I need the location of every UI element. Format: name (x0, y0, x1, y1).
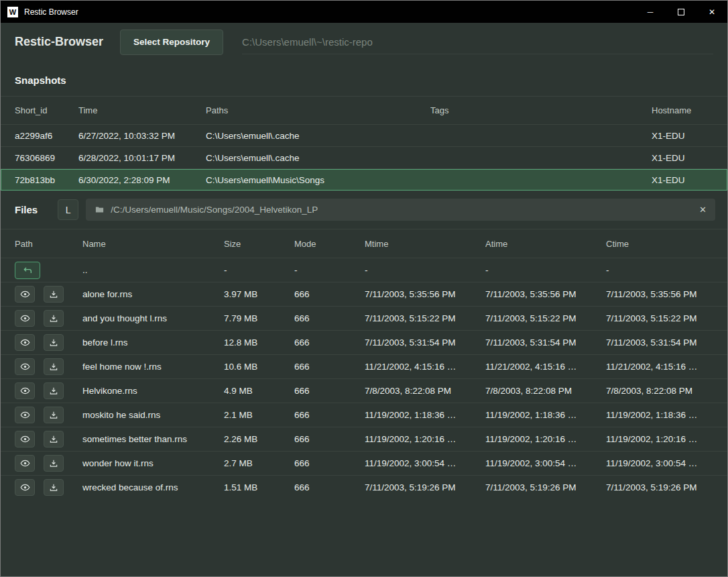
column-header-ctime[interactable]: Ctime (606, 239, 713, 249)
download-button[interactable] (44, 310, 64, 327)
file-mtime: 11/19/2002, 1:18:36 … (365, 410, 485, 420)
file-mtime: 11/19/2002, 1:20:16 … (365, 434, 485, 444)
snapshot-time: 6/30/2022, 2:28:09 PM (78, 175, 206, 185)
download-button[interactable] (44, 479, 64, 496)
column-header-mode[interactable]: Mode (294, 239, 365, 249)
preview-button[interactable] (15, 431, 35, 448)
files-path-input[interactable]: /C:/Users/emuell/Music/Songs/2004_Helvet… (86, 199, 715, 221)
file-name: sometimes better than.rns (82, 434, 224, 444)
minimize-button[interactable]: ─ (635, 1, 666, 23)
file-row[interactable]: before l.rns 12.8 MB 666 7/11/2003, 5:31… (1, 330, 727, 354)
go-up-button[interactable] (15, 262, 40, 279)
file-name: alone for.rns (82, 289, 224, 299)
file-ctime: 7/11/2003, 5:15:22 PM (606, 313, 713, 323)
column-header-tags[interactable]: Tags (430, 105, 652, 115)
clear-path-button[interactable]: ✕ (699, 205, 707, 215)
file-size: 12.8 MB (224, 337, 294, 348)
file-size: 2.7 MB (224, 458, 294, 468)
file-mtime: 7/11/2003, 5:15:22 PM (365, 313, 485, 323)
download-button[interactable] (44, 286, 64, 303)
close-icon: ✕ (709, 7, 715, 17)
file-atime: - (485, 265, 606, 275)
column-header-time[interactable]: Time (78, 105, 206, 115)
file-size: - (224, 265, 294, 275)
file-row[interactable]: wrecked because of.rns 1.51 MB 666 7/11/… (1, 475, 727, 499)
file-row[interactable]: moskito he said.rns 2.1 MB 666 11/19/200… (1, 403, 727, 427)
file-ctime: - (606, 265, 713, 275)
file-atime: 7/11/2003, 5:31:54 PM (485, 337, 606, 348)
file-size: 4.9 MB (224, 386, 294, 396)
file-name: moskito he said.rns (82, 410, 224, 420)
file-row[interactable]: and you thought l.rns 7.79 MB 666 7/11/2… (1, 306, 727, 330)
preview-button[interactable] (15, 286, 35, 303)
preview-button[interactable] (15, 407, 35, 423)
column-header-paths[interactable]: Paths (206, 105, 430, 115)
download-button[interactable] (44, 358, 64, 375)
file-size: 2.1 MB (224, 410, 294, 420)
file-row[interactable]: alone for.rns 3.97 MB 666 7/11/2003, 5:3… (1, 282, 727, 306)
file-row[interactable]: Helvikone.rns 4.9 MB 666 7/8/2003, 8:22:… (1, 378, 727, 403)
file-atime: 7/11/2003, 5:19:26 PM (485, 482, 606, 492)
file-atime: 11/19/2002, 1:20:16 … (485, 434, 606, 444)
snapshot-hostname: X1-EDU (652, 153, 713, 163)
minimize-icon: ─ (648, 7, 654, 17)
file-atime: 7/8/2003, 8:22:08 PM (485, 386, 606, 396)
folder-icon (95, 205, 105, 215)
file-mtime: 11/19/2002, 3:00:54 … (365, 458, 485, 468)
preview-button[interactable] (15, 334, 35, 351)
download-button[interactable] (44, 334, 64, 351)
preview-button[interactable] (15, 479, 35, 496)
download-button[interactable] (44, 382, 64, 399)
file-mtime: - (365, 265, 485, 275)
file-mode: - (294, 265, 365, 275)
snapshot-paths: C:\Users\emuell\.cache (206, 153, 430, 163)
file-mtime: 7/11/2003, 5:31:54 PM (365, 337, 485, 348)
column-header-mtime[interactable]: Mtime (365, 239, 485, 249)
column-header-size[interactable]: Size (224, 239, 294, 249)
column-header-short-id[interactable]: Short_id (15, 105, 78, 115)
file-mtime: 11/21/2002, 4:15:16 … (365, 362, 485, 372)
column-header-name[interactable]: Name (82, 239, 224, 249)
download-button[interactable] (44, 407, 64, 423)
app-title: Restic-Browser (15, 35, 103, 49)
snapshot-row-selected[interactable]: 72b813bb 6/30/2022, 2:28:09 PM C:\Users\… (1, 168, 727, 191)
maximize-icon (678, 9, 684, 15)
preview-button[interactable] (15, 455, 35, 472)
column-header-atime[interactable]: Atime (485, 239, 606, 249)
download-button[interactable] (44, 455, 64, 472)
snapshot-row[interactable]: 76306869 6/28/2022, 10:01:17 PM C:\Users… (1, 146, 727, 168)
file-size: 1.51 MB (224, 482, 294, 492)
file-mode: 666 (294, 482, 365, 492)
file-ctime: 11/21/2002, 4:15:16 … (606, 362, 713, 372)
download-button[interactable] (44, 431, 64, 448)
file-name: before l.rns (82, 337, 224, 348)
files-path-value: /C:/Users/emuell/Music/Songs/2004_Helvet… (111, 205, 318, 215)
preview-button[interactable] (15, 382, 35, 399)
snapshots-section-title: Snapshots (1, 61, 727, 96)
repository-path-field[interactable]: C:\Users\emuell\~\restic-repo (242, 30, 713, 54)
snapshot-paths: C:\Users\emuell\Music\Songs (206, 175, 430, 185)
file-row[interactable]: wonder how it.rns 2.7 MB 666 11/19/2002,… (1, 451, 727, 475)
file-row[interactable]: sometimes better than.rns 2.26 MB 666 11… (1, 427, 727, 451)
close-button[interactable]: ✕ (696, 1, 727, 23)
file-mode: 666 (294, 434, 365, 444)
files-bar: Files L /C:/Users/emuell/Music/Songs/200… (1, 191, 727, 229)
select-repository-button[interactable]: Select Repository (120, 30, 223, 55)
file-mtime: 7/11/2003, 5:35:56 PM (365, 289, 485, 299)
maximize-button[interactable] (666, 1, 696, 23)
snapshot-short-id: a2299af6 (15, 131, 78, 141)
preview-button[interactable] (15, 310, 35, 327)
file-row[interactable]: feel home now !.rns 10.6 MB 666 11/21/20… (1, 354, 727, 378)
file-size: 2.26 MB (224, 434, 294, 444)
file-name: feel home now !.rns (82, 362, 224, 372)
preview-button[interactable] (15, 358, 35, 375)
column-header-path[interactable]: Path (15, 239, 82, 249)
column-header-hostname[interactable]: Hostname (652, 105, 713, 115)
snapshot-row[interactable]: a2299af6 6/27/2022, 10:03:32 PM C:\Users… (1, 124, 727, 146)
app-icon: W (7, 7, 18, 17)
file-mtime: 7/8/2003, 8:22:08 PM (365, 386, 485, 396)
list-mode-button[interactable]: L (58, 199, 78, 220)
file-mode: 666 (294, 289, 365, 299)
parent-dir-row[interactable]: .. - - - - - (1, 258, 727, 282)
file-ctime: 11/19/2002, 1:20:16 … (606, 434, 713, 444)
